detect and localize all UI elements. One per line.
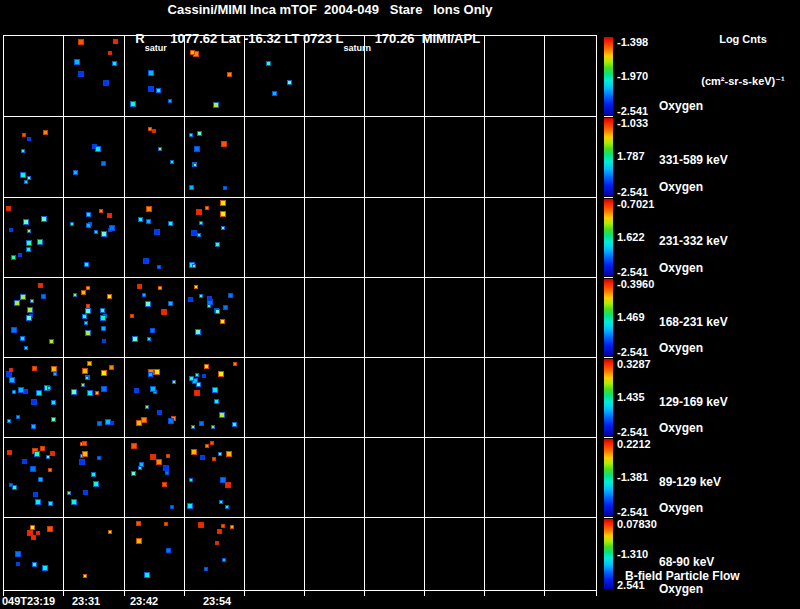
data-point <box>194 285 198 289</box>
data-point <box>266 61 271 66</box>
x-axis-tick <box>244 590 245 596</box>
data-point <box>272 91 277 96</box>
data-point <box>18 387 24 393</box>
data-point <box>101 370 107 376</box>
colorbar-scale-top: 0.07830 <box>617 518 657 530</box>
data-point <box>109 225 115 231</box>
data-point <box>15 551 21 557</box>
data-point <box>53 372 57 376</box>
x-axis-tick <box>596 590 597 596</box>
data-point <box>110 421 114 425</box>
data-point <box>83 490 88 495</box>
data-point <box>202 374 206 378</box>
colorbar-scale-bottom: -2.541 <box>617 266 648 278</box>
data-point <box>7 450 12 455</box>
x-axis-tick <box>124 590 125 596</box>
data-point <box>154 229 160 235</box>
data-point <box>20 172 26 178</box>
data-point <box>166 454 170 458</box>
data-point <box>199 294 203 298</box>
data-point <box>228 293 233 298</box>
data-point <box>213 102 219 108</box>
species-label: Oxygen <box>659 419 721 437</box>
data-point <box>11 327 17 333</box>
data-point <box>78 39 84 45</box>
data-point <box>31 399 37 405</box>
data-point <box>51 400 56 405</box>
data-point <box>215 242 220 247</box>
data-point <box>9 228 13 232</box>
data-point <box>47 526 53 532</box>
species-label: Oxygen <box>659 339 728 357</box>
grid-hline <box>3 197 597 198</box>
data-point <box>204 567 208 571</box>
data-point <box>95 391 99 395</box>
data-point <box>233 362 237 366</box>
data-point <box>192 264 196 268</box>
data-point <box>34 451 40 457</box>
data-point <box>212 457 216 461</box>
data-point <box>226 451 232 457</box>
data-point <box>187 503 193 509</box>
data-point <box>131 443 137 449</box>
data-point <box>48 468 52 472</box>
data-point <box>82 314 87 319</box>
data-point <box>170 505 174 509</box>
data-point <box>150 386 156 392</box>
data-point <box>194 146 200 152</box>
data-point <box>137 284 142 289</box>
data-point <box>70 222 74 226</box>
data-point <box>87 361 92 366</box>
data-point <box>205 206 209 210</box>
species-label: Oxygen <box>659 97 728 115</box>
data-point <box>24 180 28 184</box>
data-point <box>86 286 90 290</box>
colorbar-scale-mid: 1.622 <box>617 231 645 243</box>
data-point <box>22 459 27 464</box>
colorbar-scale-top: 0.3287 <box>617 358 651 370</box>
colorbar-scale-mid: 1.435 <box>617 391 645 403</box>
colorbar-scale-top: 0.2212 <box>617 438 651 450</box>
x-tick-label: 049T23:19 <box>2 595 55 607</box>
data-point <box>138 217 143 222</box>
data-point <box>12 390 16 394</box>
data-point <box>103 80 109 86</box>
data-point <box>142 293 146 297</box>
data-point <box>27 229 31 233</box>
data-point <box>230 525 234 529</box>
colorbar-separator <box>604 517 613 518</box>
data-point <box>35 499 41 505</box>
data-point <box>27 307 33 313</box>
grid-hline <box>3 590 597 591</box>
colorbar-scale-mid: -1.310 <box>617 548 648 560</box>
data-point <box>42 565 48 571</box>
data-point <box>136 538 142 544</box>
data-point <box>157 265 161 269</box>
data-point <box>157 410 162 415</box>
data-point <box>200 455 205 460</box>
data-point <box>162 482 167 487</box>
data-point <box>101 386 107 392</box>
grid-vline <box>304 35 305 591</box>
grid-hline <box>3 437 597 438</box>
data-point <box>199 221 203 225</box>
data-point <box>20 294 26 300</box>
data-point <box>40 446 45 451</box>
data-point <box>221 226 225 230</box>
grid-vline <box>364 35 365 591</box>
grid-hline <box>3 116 597 117</box>
data-point <box>170 160 174 164</box>
grid-vline <box>484 35 485 591</box>
data-point <box>30 466 36 472</box>
data-point <box>166 548 171 553</box>
data-point <box>130 101 136 107</box>
data-point <box>207 304 211 308</box>
data-point <box>21 149 25 153</box>
data-point <box>158 147 162 151</box>
data-point <box>9 377 15 383</box>
colorbar-separator <box>604 116 613 117</box>
data-point <box>32 366 37 371</box>
data-point <box>215 541 219 545</box>
data-point <box>189 185 194 190</box>
data-point <box>220 319 225 324</box>
